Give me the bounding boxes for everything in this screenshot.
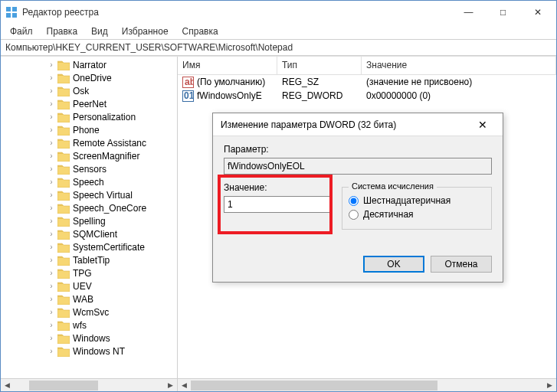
tree-item[interactable]: ›Sensors	[1, 162, 178, 175]
radix-hex-radio[interactable]	[349, 196, 359, 206]
window-title: Редактор реестра	[22, 7, 451, 18]
cell-type: REG_SZ	[282, 77, 319, 87]
scroll-thumb[interactable]	[191, 381, 437, 390]
chevron-right-icon[interactable]: ›	[47, 191, 56, 199]
radix-hex[interactable]: Шестнадцатеричная	[349, 195, 485, 206]
tree-item[interactable]: ›Personalization	[1, 110, 178, 123]
tree-item[interactable]: ›Phone	[1, 123, 178, 136]
tree-item[interactable]: ›TPG	[1, 266, 178, 279]
tree-item[interactable]: ›Speech Virtual	[1, 188, 178, 201]
radix-legend: Система исчисления	[349, 181, 437, 191]
col-value[interactable]: Значение	[362, 57, 556, 74]
tree-item[interactable]: ›WcmSvc	[1, 305, 178, 318]
address-text: Компьютер\HKEY_CURRENT_USER\SOFTWARE\Mic…	[5, 42, 293, 53]
tree-item-label: Speech_OneCore	[73, 203, 146, 214]
chevron-right-icon[interactable]: ›	[47, 256, 56, 264]
tree-item-label: Phone	[73, 125, 100, 136]
tree-item-label: Windows NT	[73, 346, 125, 357]
tree-item[interactable]: ›SQMClient	[1, 227, 178, 240]
chevron-right-icon[interactable]: ›	[47, 60, 56, 69]
chevron-right-icon[interactable]: ›	[47, 139, 56, 147]
tree-item[interactable]: ›Speech_OneCore	[1, 201, 178, 214]
menu-help[interactable]: Справка	[176, 24, 224, 38]
chevron-right-icon[interactable]: ›	[47, 269, 56, 277]
chevron-right-icon[interactable]: ›	[47, 165, 56, 173]
col-type[interactable]: Тип	[277, 57, 362, 74]
tree-item-label: wfs	[73, 320, 87, 331]
chevron-right-icon[interactable]: ›	[47, 217, 56, 225]
tree-item[interactable]: ›Spelling	[1, 214, 178, 227]
close-button[interactable]: ✕	[520, 2, 555, 23]
titlebar: Редактор реестра — □ ✕	[1, 1, 556, 24]
svg-rect-0	[6, 7, 11, 11]
chevron-right-icon[interactable]: ›	[47, 308, 56, 316]
tree-item[interactable]: ›PeerNet	[1, 97, 178, 110]
cancel-button[interactable]: Отмена	[431, 256, 492, 273]
chevron-right-icon[interactable]: ›	[47, 178, 56, 186]
minimize-button[interactable]: —	[451, 2, 486, 23]
dialog-close-button[interactable]: ✕	[467, 119, 498, 131]
tree-item[interactable]: ›Windows	[1, 332, 178, 345]
cell-name: (По умолчанию)	[197, 77, 265, 87]
value-input[interactable]	[224, 196, 331, 213]
scroll-left-icon[interactable]: ◀	[1, 379, 14, 392]
chevron-right-icon[interactable]: ›	[47, 282, 56, 290]
tree-item-label: Speech	[73, 177, 104, 188]
scroll-thumb[interactable]	[29, 381, 98, 390]
tree-item[interactable]: ›Remote Assistanc	[1, 136, 178, 149]
tree-h-scrollbar[interactable]: ◀ ▶	[1, 378, 177, 391]
tree-item[interactable]: ›Windows NT	[1, 345, 178, 358]
chevron-right-icon[interactable]: ›	[47, 243, 56, 251]
tree-pane[interactable]: ›Narrator›OneDrive›Osk›PeerNet›Personali…	[1, 57, 178, 391]
scroll-left-icon[interactable]: ◀	[178, 379, 191, 392]
tree-item-label: Personalization	[73, 112, 136, 122]
chevron-right-icon[interactable]: ›	[47, 347, 56, 355]
list-h-scrollbar[interactable]: ◀ ▶	[178, 378, 556, 391]
tree-item-label: WcmSvc	[73, 307, 109, 318]
list-row[interactable]: ab(По умолчанию)REG_SZ(значение не присв…	[178, 75, 556, 89]
tree-item[interactable]: ›Osk	[1, 84, 178, 97]
radix-dec-radio[interactable]	[349, 210, 359, 220]
tree-item[interactable]: ›UEV	[1, 279, 178, 292]
list-row[interactable]: 011fWindowsOnlyEREG_DWORD0x00000000 (0)	[178, 89, 556, 103]
tree-item[interactable]: ›OneDrive	[1, 71, 178, 84]
list-header: Имя Тип Значение	[178, 57, 556, 75]
dialog-buttons: OK Отмена	[213, 253, 503, 282]
tree-item[interactable]: ›WAB	[1, 292, 178, 305]
tree-item[interactable]: ›TabletTip	[1, 253, 178, 266]
menu-view[interactable]: Вид	[85, 24, 114, 38]
scroll-track[interactable]	[14, 379, 164, 392]
tree-item[interactable]: ›Speech	[1, 175, 178, 188]
chevron-right-icon[interactable]: ›	[47, 87, 56, 95]
scroll-right-icon[interactable]: ▶	[164, 379, 177, 392]
tree-item[interactable]: ›wfs	[1, 318, 178, 332]
menu-file[interactable]: Файл	[4, 24, 39, 38]
col-name[interactable]: Имя	[178, 57, 277, 74]
chevron-right-icon[interactable]: ›	[47, 230, 56, 238]
address-bar[interactable]: Компьютер\HKEY_CURRENT_USER\SOFTWARE\Mic…	[1, 39, 556, 56]
param-input[interactable]	[224, 158, 492, 175]
chevron-right-icon[interactable]: ›	[47, 100, 56, 108]
scroll-right-icon[interactable]: ▶	[543, 379, 556, 392]
menu-favorites[interactable]: Избранное	[116, 24, 175, 38]
chevron-right-icon[interactable]: ›	[47, 295, 56, 303]
tree-item[interactable]: ›ScreenMagnifier	[1, 149, 178, 162]
cell-value: 0x00000000 (0)	[366, 90, 431, 101]
chevron-right-icon[interactable]: ›	[47, 321, 56, 329]
tree-item-label: Spelling	[73, 216, 106, 227]
menu-edit[interactable]: Правка	[41, 24, 84, 38]
chevron-right-icon[interactable]: ›	[47, 152, 56, 160]
chevron-right-icon[interactable]: ›	[47, 334, 56, 342]
chevron-right-icon[interactable]: ›	[47, 113, 56, 121]
radix-dec[interactable]: Десятичная	[349, 209, 485, 220]
cell-type: REG_DWORD	[282, 90, 342, 101]
tree-item[interactable]: ›Narrator	[1, 58, 178, 71]
tree-item[interactable]: ›SystemCertificate	[1, 240, 178, 253]
chevron-right-icon[interactable]: ›	[47, 74, 56, 82]
chevron-right-icon[interactable]: ›	[47, 126, 56, 134]
registry-editor-window: Редактор реестра — □ ✕ Файл Правка Вид И…	[0, 0, 557, 392]
maximize-button[interactable]: □	[486, 2, 520, 23]
scroll-track[interactable]	[191, 379, 543, 392]
chevron-right-icon[interactable]: ›	[47, 204, 56, 212]
ok-button[interactable]: OK	[363, 256, 424, 273]
